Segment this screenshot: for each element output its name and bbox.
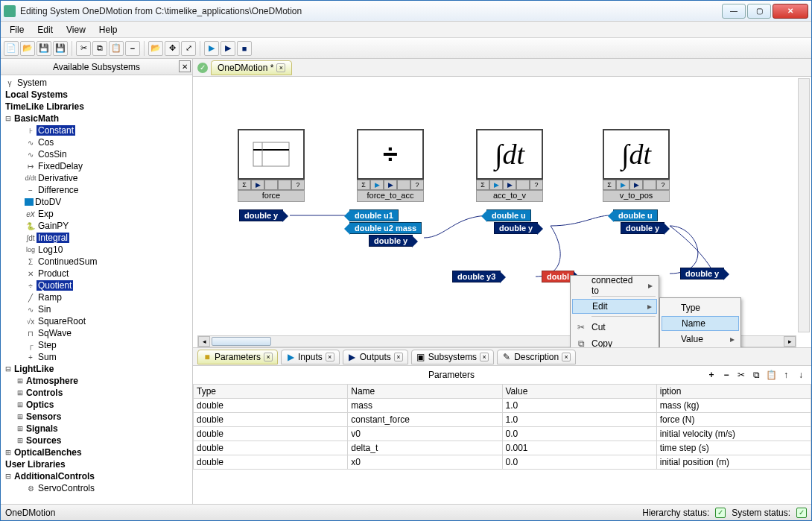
tree-step[interactable]: Step	[37, 340, 58, 350]
cell-value[interactable]: 0.0	[502, 427, 656, 441]
cell-desc[interactable]: initial velocity (m/s)	[656, 427, 811, 441]
tab-subsystems[interactable]: ▣Subsystems×	[411, 350, 494, 364]
minimize-button[interactable]: —	[722, 4, 746, 19]
canvas-vscroll[interactable]	[798, 78, 810, 332]
tree-quotient[interactable]: Quotient	[37, 280, 73, 291]
cell-type[interactable]: double	[194, 455, 348, 470]
cell-value[interactable]: 0.001	[502, 441, 656, 455]
ctx-edit-name[interactable]: Name	[662, 316, 739, 331]
step2-icon[interactable]: ▶	[221, 41, 235, 56]
cell-desc[interactable]: force (N)	[656, 413, 811, 427]
tab-close-icon[interactable]: ×	[276, 63, 285, 72]
help-icon[interactable]: ?	[291, 180, 305, 190]
saveall-icon[interactable]: 💾	[53, 41, 68, 56]
menu-view[interactable]: View	[60, 23, 92, 37]
tree-exp[interactable]: Exp	[37, 209, 55, 219]
tree-sum[interactable]: Sum	[37, 352, 58, 362]
port-fta-in1[interactable]: double u1	[349, 209, 399, 221]
tree-difference[interactable]: Difference	[37, 185, 80, 195]
cell-desc[interactable]: mass (kg)	[656, 399, 811, 413]
cell-type[interactable]: double	[194, 427, 348, 441]
tree-controls[interactable]: Controls	[25, 388, 64, 398]
ctx-edit-type[interactable]: Type	[662, 300, 739, 316]
cell-type[interactable]: double	[194, 441, 348, 455]
col-desc[interactable]: iption	[656, 385, 811, 399]
menu-edit[interactable]: Edit	[31, 23, 59, 37]
tree-derivative[interactable]: Derivative	[37, 173, 79, 183]
tree-constant[interactable]: Constant	[37, 125, 75, 136]
ctx-connected-to[interactable]: connected to▸	[572, 277, 657, 294]
port-atv-in[interactable]: double u	[486, 209, 531, 221]
table-row[interactable]: doubledelta_t0.001time step (s)	[194, 441, 811, 455]
step-icon[interactable]: ▶	[204, 41, 219, 56]
tree-cossin[interactable]: CosSin	[37, 149, 69, 160]
tree-twisty-ll[interactable]: ⊟	[4, 364, 13, 374]
tree-fixeddelay[interactable]: FixedDelay	[37, 161, 84, 171]
hscroll-thumb[interactable]	[212, 337, 271, 346]
tree-sources[interactable]: Sources	[25, 435, 63, 446]
tab-close-icon[interactable]: ×	[264, 353, 273, 361]
cell-value[interactable]: 0.0	[502, 455, 656, 470]
tree-twisty[interactable]: ⊟	[4, 113, 13, 124]
table-row[interactable]: doublev00.0initial velocity (m/s)	[194, 427, 811, 441]
move-down-icon[interactable]: ↓	[795, 369, 807, 381]
tree-dtodv[interactable]: DtoDV	[34, 197, 63, 207]
cell-name[interactable]: delta_t	[348, 441, 502, 455]
copy-icon[interactable]: ⧉	[92, 41, 107, 56]
tree-ramp[interactable]: Ramp	[37, 292, 63, 303]
tree-product[interactable]: Product	[37, 268, 70, 279]
tree-signals[interactable]: Signals	[25, 423, 60, 434]
tree-sin[interactable]: Sin	[37, 304, 52, 315]
pane-close-icon[interactable]: ✕	[179, 60, 191, 72]
block-force-to-acc[interactable]: ÷ Σ▶▶? force_to_acc	[357, 129, 424, 202]
cell-desc[interactable]: initial position (m)	[656, 455, 811, 470]
tab-parameters[interactable]: ■Parameters×	[197, 350, 278, 364]
scroll-right-icon[interactable]: ▸	[784, 336, 796, 347]
diagram-canvas[interactable]: Σ▶? force double y ÷ Σ▶▶? force_to_acc d…	[193, 77, 811, 347]
port-vtp-in[interactable]: double u	[613, 209, 658, 221]
port-vtp-out[interactable]: double y	[621, 222, 664, 234]
tree-servo[interactable]: ServoControls	[37, 483, 96, 493]
block-v-to-pos[interactable]: ∫dt Σ▶▶? v_to_pos	[603, 129, 670, 202]
tree-local-systems[interactable]: Local Systems	[4, 89, 69, 100]
port-loose-y3[interactable]: double y3	[452, 271, 501, 282]
tree-contsum[interactable]: ContinuedSum	[37, 256, 98, 267]
cut-icon[interactable]: ✂	[735, 369, 747, 381]
cell-type[interactable]: double	[194, 399, 348, 413]
paste-icon[interactable]: 📋	[765, 369, 777, 381]
tree-integral[interactable]: Integral	[37, 233, 69, 243]
tree-system[interactable]: System	[16, 78, 48, 88]
block-acc-to-v[interactable]: ∫dt Σ▶▶? acc_to_v	[476, 129, 543, 202]
cell-name[interactable]: x0	[348, 455, 502, 470]
ctx-copy[interactable]: ⧉Copy	[572, 335, 657, 347]
new-icon[interactable]: 📄	[4, 41, 19, 56]
col-type[interactable]: Type	[194, 385, 348, 399]
cell-value[interactable]: 1.0	[502, 399, 656, 413]
stop-icon[interactable]: ■	[237, 41, 252, 56]
close-button[interactable]: ✕	[773, 4, 808, 19]
tree-cos[interactable]: Cos	[37, 137, 55, 148]
table-row[interactable]: doublemass1.0mass (kg)	[194, 399, 811, 413]
table-row[interactable]: doublex00.0initial position (m)	[194, 455, 811, 470]
remove-icon[interactable]: −	[720, 369, 732, 381]
table-row[interactable]: doubleconstant_force1.0force (N)	[194, 413, 811, 427]
tab-inputs[interactable]: ▶Inputs×	[281, 350, 340, 364]
tree-userlibs[interactable]: User Libraries	[4, 459, 67, 470]
cell-name[interactable]: constant_force	[348, 413, 502, 427]
copy-icon[interactable]: ⧉	[750, 369, 762, 381]
col-name[interactable]: Name	[348, 385, 502, 399]
ctx-edit[interactable]: Edit▸	[572, 299, 657, 314]
port-atv-out[interactable]: double y	[494, 222, 538, 234]
scroll-left-icon[interactable]: ◂	[198, 336, 210, 347]
tree-opticalbenches[interactable]: OpticalBenches	[13, 447, 83, 458]
port-loose-y[interactable]: double y	[680, 268, 724, 280]
tab-outputs[interactable]: ▶Outputs×	[343, 350, 408, 364]
parameters-table[interactable]: Type Name Value iption doublemass1.0mass…	[193, 384, 811, 470]
subsystem-tree[interactable]: γSystem Local Systems TimeLike Libraries…	[1, 75, 192, 504]
collapse-icon[interactable]: ✥	[165, 41, 180, 56]
tree-sqwave[interactable]: SqWave	[37, 328, 73, 338]
cell-desc[interactable]: time step (s)	[656, 441, 811, 455]
cell-value[interactable]: 1.0	[502, 413, 656, 427]
tree-sqrt[interactable]: SquareRoot	[37, 316, 87, 326]
expand-icon[interactable]: ⤢	[181, 41, 196, 56]
